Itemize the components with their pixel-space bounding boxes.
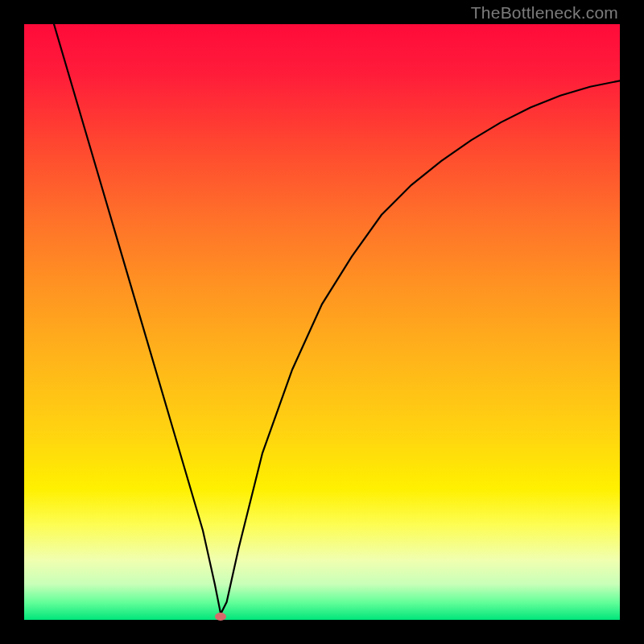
plot-area <box>24 24 620 620</box>
optimum-marker <box>215 613 226 621</box>
bottleneck-curve <box>54 24 620 614</box>
chart-canvas: TheBottleneck.com <box>0 0 644 644</box>
curve-svg <box>24 24 620 620</box>
watermark-text: TheBottleneck.com <box>471 3 618 23</box>
